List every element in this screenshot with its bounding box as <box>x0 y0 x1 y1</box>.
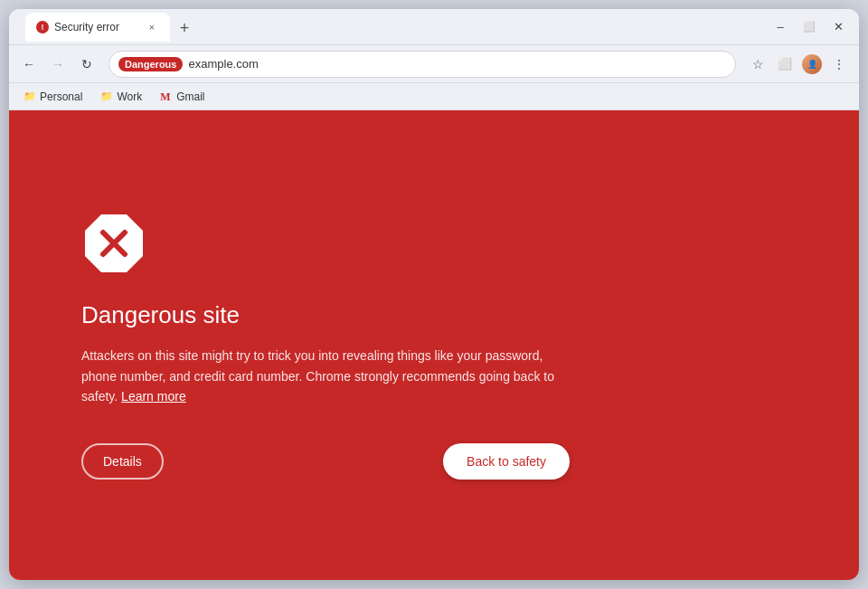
error-page: Dangerous site Attackers on this site mi… <box>9 110 859 580</box>
bookmark-gmail-label: Gmail <box>176 90 204 103</box>
folder-icon: 📁 <box>100 90 113 102</box>
back-button[interactable]: ← <box>16 52 42 77</box>
bookmark-work[interactable]: 📁 Work <box>95 89 147 105</box>
new-tab-button[interactable]: + <box>172 16 197 42</box>
bookmark-personal-label: Personal <box>40 90 82 103</box>
browser-window: ! Security error × + – ⬜ ✕ ← <box>9 9 859 580</box>
error-title: Dangerous site <box>81 301 240 329</box>
reload-button[interactable]: ↻ <box>74 52 99 77</box>
bookmark-personal[interactable]: 📁 Personal <box>18 89 88 105</box>
window-controls-right: – ⬜ ✕ <box>767 14 852 41</box>
address-bar[interactable]: Dangerous example.com <box>108 51 736 78</box>
close-button[interactable]: ✕ <box>825 14 852 41</box>
extensions-button[interactable]: ⬜ <box>772 52 797 77</box>
tab-title: Security error <box>54 21 139 33</box>
tab-close-button[interactable]: × <box>145 20 159 34</box>
tab-bar: ! Security error × + <box>25 13 761 42</box>
profile-button[interactable]: 👤 <box>799 52 825 77</box>
back-to-safety-button[interactable]: Back to safety <box>443 443 570 480</box>
learn-more-link[interactable]: Learn more <box>121 389 186 404</box>
bookmark-work-label: Work <box>117 90 142 103</box>
tab-favicon: ! <box>36 21 49 33</box>
maximize-button[interactable]: ⬜ <box>796 14 823 41</box>
title-bar: ! Security error × + – ⬜ ✕ <box>9 9 859 45</box>
error-actions: Details Back to safety <box>81 443 570 480</box>
gmail-icon: M <box>160 90 173 103</box>
nav-bar: ← → ↻ Dangerous example.com ☆ ⬜ 👤 <box>9 45 859 83</box>
bookmark-button[interactable]: ☆ <box>745 52 770 77</box>
address-text: example.com <box>188 57 726 71</box>
folder-icon: 📁 <box>24 90 36 102</box>
danger-icon <box>81 211 146 276</box>
minimize-button[interactable]: – <box>767 14 794 41</box>
bookmark-gmail[interactable]: M Gmail <box>155 89 210 105</box>
danger-badge: Dangerous <box>118 57 183 71</box>
profile-avatar: 👤 <box>802 54 822 74</box>
menu-button[interactable]: ⋮ <box>826 52 852 77</box>
danger-icon-container <box>81 211 146 276</box>
forward-button[interactable]: → <box>45 52 71 77</box>
active-tab[interactable]: ! Security error × <box>25 13 170 42</box>
error-description: Attackers on this site might try to tric… <box>81 346 570 406</box>
bookmarks-bar: 📁 Personal 📁 Work M Gmail <box>9 83 859 110</box>
nav-icons-right: ☆ ⬜ 👤 ⋮ <box>745 52 852 77</box>
details-button[interactable]: Details <box>81 443 164 480</box>
